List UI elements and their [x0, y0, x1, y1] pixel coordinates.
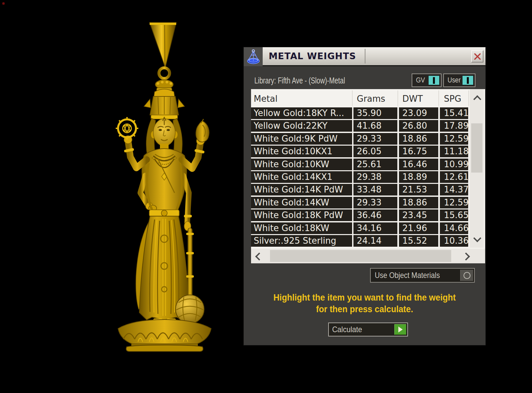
gv-toggle-label: GV	[416, 74, 425, 86]
column-header-grams[interactable]: Grams	[357, 89, 385, 107]
table-cell: White Gold:18K PdW	[251, 209, 352, 221]
instruction-text: Highlight the item you want to find the …	[244, 292, 485, 315]
metal-table-body: Yellow Gold:18KY R...35.9023.0915.41Yell…	[251, 107, 470, 248]
table-row[interactable]: White Gold:14K PdW33.4821.5314.37	[251, 184, 470, 196]
table-cell: White Gold:10KW	[251, 159, 352, 170]
horizontal-scrollbar[interactable]	[251, 249, 485, 263]
table-cell: 23.09	[399, 107, 438, 119]
column-header-spg[interactable]: SPG	[444, 89, 461, 107]
viewport-3d[interactable]	[0, 0, 239, 393]
metal-weights-dialog: METAL WEIGHTS Library: Fifth Ave - (Slow…	[244, 47, 485, 345]
table-row[interactable]: White Gold:18K PdW36.4623.4515.65	[251, 209, 470, 221]
table-cell: 18.89	[399, 171, 438, 183]
deity-belt	[149, 210, 179, 216]
table-cell: 33.48	[353, 184, 397, 196]
use-object-materials-label: Use Object Materials	[375, 269, 440, 282]
table-cell: 26.05	[353, 146, 397, 157]
user-toggle-label: User	[448, 74, 461, 86]
dialog-titlebar[interactable]: METAL WEIGHTS	[244, 47, 485, 66]
column-header-metal[interactable]: Metal	[254, 89, 278, 107]
table-cell: 12.61	[440, 171, 468, 183]
chevron-up-icon[interactable]	[473, 95, 481, 103]
close-x-icon	[474, 53, 481, 60]
table-cell: White Gold:14KW	[251, 197, 352, 208]
table-cell: 18.86	[399, 133, 438, 145]
table-cell: 24.14	[353, 235, 397, 247]
instruction-line: Highlight the item you want to find the …	[251, 292, 478, 304]
table-cell: 25.61	[353, 159, 397, 170]
header-separator	[468, 90, 469, 106]
toggle-indicator-bar	[433, 77, 435, 84]
use-object-materials-button[interactable]: Use Object Materials	[370, 268, 475, 283]
table-cell: 26.80	[399, 120, 438, 132]
table-cell: 41.68	[353, 120, 397, 132]
deity-arm-chakra	[116, 117, 147, 168]
vertical-scrollbar-thumb[interactable]	[471, 123, 482, 173]
play-arrow-icon	[398, 327, 403, 332]
table-cell: 11.18	[440, 146, 468, 157]
table-row[interactable]: White Gold:10KX126.0516.7511.18	[251, 146, 470, 157]
header-separator	[398, 90, 398, 106]
table-cell: 12.59	[440, 197, 468, 208]
table-cell: White Gold:10KX1	[251, 146, 352, 157]
toggle-indicator-bar	[467, 77, 469, 84]
table-row[interactable]: White Gold:10KW25.6116.4610.99	[251, 159, 470, 170]
application-window: METAL WEIGHTS Library: Fifth Ave - (Slow…	[0, 0, 532, 393]
table-cell: Yellow Gold:18KY R...	[251, 107, 352, 119]
column-header-dwt[interactable]: DWT	[402, 89, 423, 107]
table-cell: 29.33	[353, 197, 397, 208]
table-cell: 16.46	[399, 159, 438, 170]
table-cell: 12.59	[440, 133, 468, 145]
table-cell: 21.53	[399, 184, 438, 196]
materials-indicator-box	[460, 270, 473, 281]
table-cell: 36.46	[353, 209, 397, 221]
chevron-left-icon[interactable]	[255, 252, 263, 260]
metal-table: Metal Grams DWT SPG Yellow Gold:18KY R..…	[251, 89, 485, 263]
table-cell: 16.75	[399, 146, 438, 157]
table-row[interactable]: White Gold:18KW34.1621.9614.66	[251, 222, 470, 234]
table-cell: White Gold:9K PdW	[251, 133, 352, 145]
titlebar-icon-box	[244, 47, 263, 66]
table-cell: 14.37	[440, 184, 468, 196]
library-label: Library: Fifth Ave - (Slow)-Metal	[254, 76, 345, 85]
lotus-base	[118, 320, 211, 351]
chevron-right-icon[interactable]	[462, 252, 470, 260]
table-cell: 23.45	[399, 209, 438, 221]
table-row[interactable]: White Gold:14KX129.3818.8912.61	[251, 171, 470, 183]
chevron-down-icon[interactable]	[473, 234, 481, 242]
calculate-button[interactable]: Calculate	[328, 323, 408, 336]
user-toggle-indicator	[462, 75, 473, 85]
pendant-bail	[150, 23, 176, 78]
header-separator	[439, 90, 439, 106]
close-button[interactable]	[471, 50, 483, 63]
table-cell: 10.99	[440, 159, 468, 170]
user-toggle-button[interactable]: User	[443, 73, 475, 87]
table-cell: White Gold:14KX1	[251, 171, 352, 183]
table-cell: White Gold:14K PdW	[251, 184, 352, 196]
gv-toggle-button[interactable]: GV	[412, 73, 442, 87]
table-cell: 29.33	[353, 133, 397, 145]
calculate-go-box[interactable]	[394, 324, 406, 335]
table-cell: 34.16	[353, 222, 397, 234]
table-cell: 17.89	[440, 120, 468, 132]
table-row[interactable]: Yellow Gold:18KY R...35.9023.0915.41	[251, 107, 470, 119]
table-cell: 21.96	[399, 222, 438, 234]
horizontal-scrollbar-thumb[interactable]	[270, 250, 451, 262]
table-row[interactable]: White Gold:9K PdW29.3318.8612.59	[251, 133, 470, 145]
table-cell: 15.65	[440, 209, 468, 221]
table-row[interactable]: White Gold:14KW29.3318.8612.59	[251, 197, 470, 208]
balance-scale-icon	[245, 49, 262, 65]
table-cell: 15.41	[440, 107, 468, 119]
table-row[interactable]: Silver:.925 Sterling24.1415.5210.36	[251, 235, 470, 247]
table-cell: 35.90	[353, 107, 397, 119]
deity-crown	[144, 80, 185, 119]
circle-indicator-icon	[464, 272, 470, 279]
dialog-title: METAL WEIGHTS	[269, 47, 356, 65]
titlebar-divider	[365, 49, 365, 64]
table-cell: Silver:.925 Sterling	[251, 235, 352, 247]
vertical-scrollbar[interactable]	[470, 89, 484, 248]
table-cell: 18.86	[399, 197, 438, 208]
table-row[interactable]: Yellow Gold:22KY41.6826.8017.89	[251, 120, 470, 132]
deity-arm-conch	[182, 119, 209, 169]
table-cell: 15.52	[399, 235, 438, 247]
